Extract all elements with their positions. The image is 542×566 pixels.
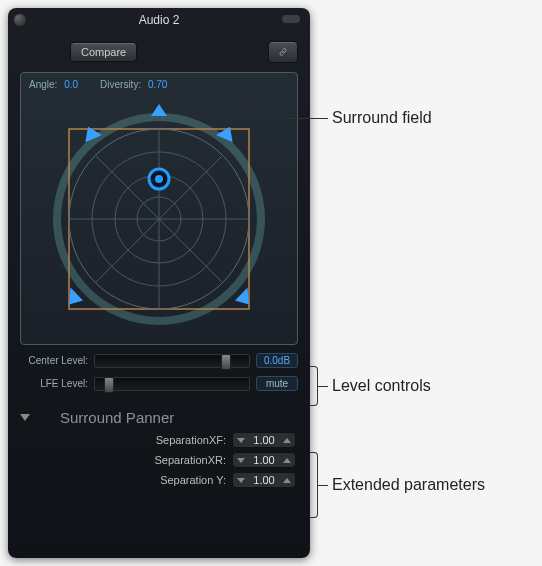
speaker-center-icon	[151, 104, 167, 116]
increment-icon[interactable]	[283, 458, 291, 463]
center-level-slider[interactable]	[94, 354, 250, 368]
lfe-level-slider[interactable]	[94, 377, 250, 391]
titlebar: Audio 2	[8, 8, 310, 32]
lfe-level-label: LFE Level:	[20, 378, 88, 389]
callout-line	[318, 386, 328, 387]
link-button[interactable]	[268, 41, 298, 63]
callout-extended-parameters: Extended parameters	[332, 476, 485, 494]
increment-icon[interactable]	[283, 438, 291, 443]
compare-button[interactable]: Compare	[70, 42, 137, 62]
decrement-icon[interactable]	[237, 478, 245, 483]
surround-field-box: Angle: 0.0 Diversity: 0.70	[20, 72, 298, 345]
speaker-rear-left-icon	[61, 287, 84, 309]
callout-surround-field: Surround field	[332, 109, 432, 127]
param-value[interactable]: 1.00	[251, 454, 277, 466]
speaker-rear-right-icon	[234, 287, 257, 309]
angle-readout: Angle: 0.0	[29, 79, 78, 90]
link-icon	[279, 45, 287, 59]
section-title: Surround Panner	[60, 409, 174, 426]
window-title: Audio 2	[139, 13, 180, 27]
callout-level-controls: Level controls	[332, 377, 431, 395]
svg-point-10	[155, 175, 163, 183]
param-row: SeparationXF:1.00	[22, 432, 296, 448]
center-level-thumb[interactable]	[221, 354, 231, 370]
angle-value: 0.0	[64, 79, 78, 90]
decrement-icon[interactable]	[237, 438, 245, 443]
lfe-mute-button[interactable]: mute	[256, 376, 298, 391]
callout-brace	[310, 452, 318, 518]
param-label: Separation Y:	[160, 474, 226, 486]
diversity-label: Diversity:	[100, 79, 141, 90]
surround-panner-panel: Audio 2 Compare Angle: 0.0 Diversity: 0.…	[8, 8, 310, 558]
param-stepper[interactable]: 1.00	[232, 452, 296, 468]
lfe-level-thumb[interactable]	[104, 377, 114, 393]
callout-brace	[310, 366, 318, 406]
extended-parameters: SeparationXF:1.00SeparationXR:1.00Separa…	[8, 432, 310, 488]
angle-label: Angle:	[29, 79, 57, 90]
extended-header: Surround Panner	[20, 409, 298, 426]
callout-line	[288, 118, 328, 119]
param-row: SeparationXR:1.00	[22, 452, 296, 468]
center-level-row: Center Level: 0.0dB	[20, 353, 298, 368]
surround-field[interactable]	[31, 94, 287, 334]
window-indicator	[282, 15, 300, 23]
center-level-label: Center Level:	[20, 355, 88, 366]
increment-icon[interactable]	[283, 478, 291, 483]
surround-field-graphic	[31, 94, 287, 334]
decrement-icon[interactable]	[237, 458, 245, 463]
param-value[interactable]: 1.00	[251, 434, 277, 446]
diversity-readout: Diversity: 0.70	[100, 79, 167, 90]
param-stepper[interactable]: 1.00	[232, 472, 296, 488]
param-stepper[interactable]: 1.00	[232, 432, 296, 448]
param-row: Separation Y:1.00	[22, 472, 296, 488]
param-label: SeparationXF:	[156, 434, 226, 446]
close-icon[interactable]	[14, 14, 26, 26]
surround-readout: Angle: 0.0 Diversity: 0.70	[29, 79, 289, 90]
callout-line	[318, 485, 328, 486]
toolbar: Compare	[8, 32, 310, 72]
center-level-value[interactable]: 0.0dB	[256, 353, 298, 368]
param-value[interactable]: 1.00	[251, 474, 277, 486]
disclosure-triangle-icon[interactable]	[20, 414, 30, 421]
param-label: SeparationXR:	[154, 454, 226, 466]
diversity-value: 0.70	[148, 79, 167, 90]
lfe-level-row: LFE Level: mute	[20, 376, 298, 391]
